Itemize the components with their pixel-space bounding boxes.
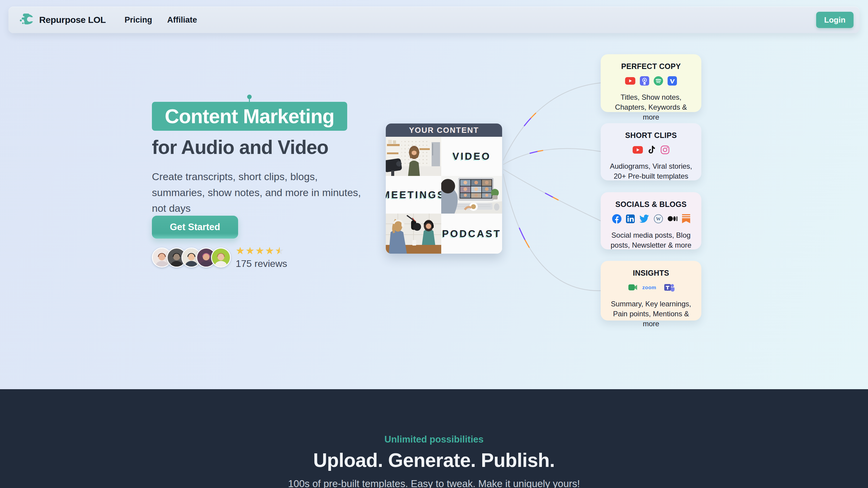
- reviews-count: 175 reviews: [236, 258, 287, 269]
- star-icon: ★: [245, 245, 255, 256]
- spotify-icon: [654, 76, 663, 86]
- feature-card-perfect-copy: PERFECT COPY Titles, Show notes, Chapter…: [601, 54, 701, 112]
- rating: ★★★★★ 175 reviews: [236, 246, 287, 269]
- feature-icons: [608, 75, 694, 86]
- feature-title: SOCIALS & BLOGS: [608, 200, 694, 209]
- star-icon: ★: [255, 245, 265, 256]
- footer-headline: Upload. Generate. Publish.: [0, 449, 868, 471]
- feature-description: Summary, Key learnings, Pain points, Men…: [608, 299, 694, 329]
- youtube-icon: [632, 146, 643, 154]
- ms-teams-icon: [664, 283, 675, 292]
- hero-description: Create transcripts, short clips, blogs, …: [152, 169, 366, 216]
- footer-eyebrow: Unlimited possibilities: [0, 434, 868, 445]
- vimeo-icon: [668, 76, 677, 86]
- feature-icons: W: [608, 213, 694, 224]
- feature-card-insights: INSIGHTS zoom Summary, Key learnings, Pa…: [601, 261, 701, 321]
- feature-icons: zoom: [608, 282, 694, 293]
- login-button[interactable]: Login: [816, 12, 854, 28]
- your-content-header: YOUR CONTENT: [386, 124, 502, 137]
- feature-description: Social media posts, Blog posts, Newslett…: [608, 230, 694, 250]
- hero-headline-highlight: Content Marketing: [152, 102, 347, 131]
- hero-section: Content Marketing for Audio and Video Cr…: [152, 96, 387, 276]
- star-icon: ★: [265, 245, 275, 256]
- half-star-icon: ★: [275, 245, 284, 256]
- star-icon: ★: [236, 245, 245, 256]
- wordpress-icon: W: [654, 214, 663, 224]
- svg-text:W: W: [656, 216, 661, 221]
- feature-title: SHORT CLIPS: [608, 131, 694, 140]
- content-label-meetings: MEETINGS: [386, 176, 441, 214]
- feature-icons: [608, 144, 694, 155]
- feature-card-socials-blogs: SOCIALS & BLOGS W Social media posts, Bl…: [601, 192, 701, 250]
- your-content-card: YOUR CONTENT: [386, 124, 502, 254]
- pin-icon: [247, 95, 252, 102]
- feature-card-short-clips: SHORT CLIPS Audiograms, Viral stories, 2…: [601, 123, 701, 181]
- apple-podcasts-icon: [640, 76, 649, 86]
- feature-title: INSIGHTS: [608, 269, 694, 278]
- feature-description: Audiograms, Viral stories, 20+ Pre-built…: [608, 161, 694, 181]
- reviews-block: ★★★★★ 175 reviews: [152, 246, 287, 269]
- get-started-button[interactable]: Get Started: [152, 216, 238, 238]
- reviewer-avatars: [152, 248, 231, 267]
- brand-name: Repurpose LOL: [39, 15, 106, 25]
- your-content-grid: VIDEO MEETINGS: [386, 137, 502, 254]
- footer-subheadline: 100s of pre-built templates. Easy to twe…: [0, 478, 868, 488]
- footer-section: Unlimited possibilities Upload. Generate…: [0, 389, 868, 488]
- content-label-podcast: PODCAST: [441, 214, 502, 254]
- repurpose-logo-icon: [19, 11, 35, 28]
- nav-links: Pricing Affiliate: [124, 15, 197, 25]
- nav-link-pricing[interactable]: Pricing: [124, 15, 152, 25]
- youtube-icon: [625, 77, 635, 85]
- reviewer-avatar: [211, 248, 231, 267]
- connector-lines: [494, 54, 609, 325]
- twitter-icon: [639, 215, 649, 223]
- video-photo: [386, 137, 441, 176]
- zoom-icon: zoom: [642, 284, 659, 290]
- feature-title: PERFECT COPY: [608, 62, 694, 71]
- linkedin-icon: [626, 215, 635, 223]
- hero-headline-rest: for Audio and Video: [152, 136, 328, 158]
- content-label-video: VIDEO: [441, 137, 502, 176]
- brand[interactable]: Repurpose LOL: [19, 11, 106, 28]
- nav-link-affiliate[interactable]: Affiliate: [167, 15, 197, 25]
- substack-icon: [682, 214, 690, 223]
- podcast-photo: [386, 214, 441, 254]
- star-rating: ★★★★★: [236, 246, 287, 256]
- instagram-icon: [661, 145, 670, 154]
- facebook-icon: [612, 214, 621, 224]
- meetings-photo: [441, 176, 502, 214]
- google-meet-icon: [627, 284, 638, 291]
- svg-text:zoom: zoom: [642, 285, 656, 290]
- medium-icon: [668, 216, 678, 222]
- navbar: Repurpose LOL Pricing Affiliate Login: [8, 7, 860, 33]
- tiktok-icon: [647, 145, 656, 155]
- feature-description: Titles, Show notes, Chapters, Keywords &…: [608, 92, 694, 122]
